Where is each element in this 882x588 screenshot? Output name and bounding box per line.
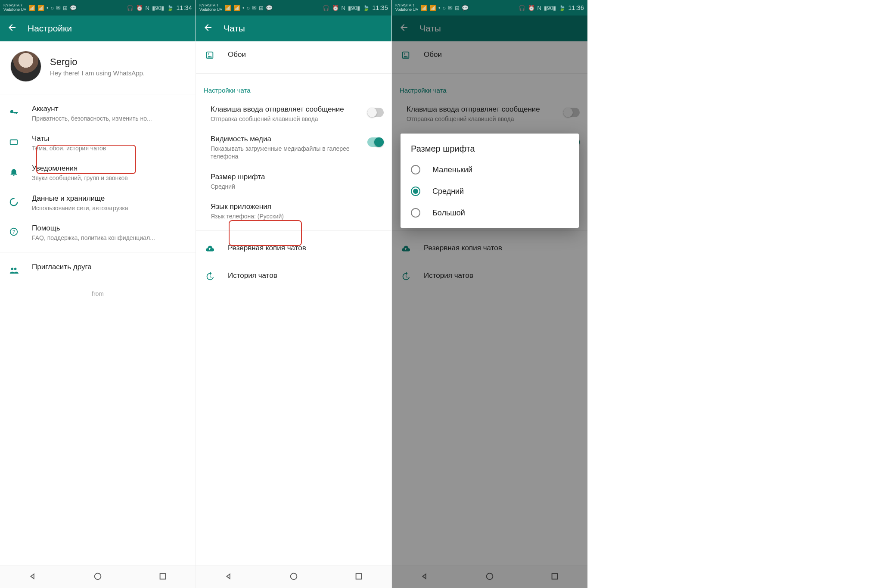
- item-title: Язык приложения: [211, 202, 380, 211]
- headset-icon: 🎧: [323, 5, 329, 11]
- svg-rect-0: [10, 140, 18, 145]
- svg-point-6: [95, 573, 101, 579]
- dot-icon: •: [438, 5, 441, 11]
- leaf-icon: 🍃: [559, 5, 565, 11]
- section-header: Настройки чата: [196, 78, 391, 99]
- screen-settings: KYIVSTAR Vodafone UA 📶 📶 • ○ ✉ ⊞ 💬 🎧 ⏰ N…: [0, 0, 196, 588]
- item-media-visibility[interactable]: Видимость медиа Показывать загруженные м…: [196, 129, 391, 166]
- help-icon: ?: [8, 226, 20, 238]
- item-data-storage[interactable]: Данные и хранилище Использование сети, а…: [0, 188, 196, 218]
- mail-icon: ✉: [56, 5, 61, 11]
- radio-label: Средний: [432, 187, 464, 196]
- headset-icon: 🎧: [127, 5, 134, 11]
- svg-point-5: [14, 268, 16, 271]
- back-icon[interactable]: [203, 22, 213, 34]
- signal-icon: 📶: [37, 5, 44, 11]
- svg-text:?: ?: [12, 229, 16, 235]
- mail-icon: ✉: [448, 5, 453, 11]
- grid-icon: ⊞: [259, 5, 264, 11]
- nav-recent-icon[interactable]: [158, 572, 168, 583]
- item-title: Резервная копия чатов: [228, 244, 306, 252]
- item-title: Помощь: [32, 224, 188, 233]
- profile-status: Hey there! I am using WhatsApp.: [50, 69, 145, 77]
- svg-rect-11: [356, 573, 362, 579]
- leaf-icon: 🍃: [363, 5, 370, 11]
- switch-enter-send[interactable]: [367, 108, 384, 117]
- leaf-icon: 🍃: [167, 5, 174, 11]
- item-subtitle: Приватность, безопасность, изменить но..…: [32, 115, 188, 122]
- status-bar: KYIVSTAR Vodafone UA 📶 📶 • ○ ✉ ⊞ 💬 🎧 ⏰ N…: [0, 0, 196, 16]
- dot-icon: ○: [443, 5, 446, 11]
- item-invite[interactable]: Пригласить друга: [0, 257, 196, 283]
- svg-point-9: [208, 53, 209, 55]
- radio-option-large[interactable]: Большой: [401, 202, 579, 224]
- bubble-icon: 💬: [70, 5, 77, 11]
- status-bar: KYIVSTAR Vodafone UA 📶 📶 • ○ ✉ ⊞ 💬 🎧 ⏰ N…: [392, 0, 587, 16]
- nav-home-icon[interactable]: [289, 572, 298, 583]
- from-label: from: [0, 283, 196, 297]
- nav-home-icon[interactable]: [93, 572, 102, 583]
- item-title: Видимость медиа: [211, 135, 355, 143]
- item-help[interactable]: ? Помощь FAQ, поддержка, политика конфид…: [0, 218, 196, 248]
- nfc-icon: N: [342, 5, 345, 11]
- item-title: Обои: [228, 50, 246, 59]
- nfc-icon: N: [537, 5, 541, 11]
- svg-rect-7: [160, 573, 166, 579]
- nav-bar: [0, 566, 196, 588]
- cloud-upload-icon: [204, 243, 216, 255]
- nav-recent-icon[interactable]: [354, 572, 363, 583]
- signal-icon: 📶: [224, 5, 231, 11]
- carrier-2: Vodafone UA: [395, 8, 418, 12]
- avatar: [10, 51, 41, 82]
- data-icon: [8, 196, 20, 208]
- signal-icon: 📶: [233, 5, 240, 11]
- svg-point-4: [11, 268, 13, 271]
- divider: [0, 252, 196, 252]
- item-subtitle: Показывать загруженные медиафайлы в гале…: [211, 145, 355, 160]
- people-icon: [8, 264, 20, 277]
- dialog-scrim[interactable]: [392, 16, 587, 588]
- item-chats[interactable]: Чаты Тема, обои, история чатов: [0, 128, 196, 158]
- item-account[interactable]: Аккаунт Приватность, безопасность, измен…: [0, 99, 196, 128]
- page-title: Чаты: [224, 23, 245, 34]
- item-subtitle: Звуки сообщений, групп и звонков: [32, 174, 188, 182]
- signal-icon: 📶: [420, 5, 427, 11]
- svg-point-1: [10, 198, 18, 205]
- screen-font-dialog: KYIVSTAR Vodafone UA 📶 📶 • ○ ✉ ⊞ 💬 🎧 ⏰ N…: [392, 0, 588, 588]
- item-subtitle: Язык телефона: (Русский): [211, 212, 380, 220]
- item-notifications[interactable]: Уведомления Звуки сообщений, групп и зво…: [0, 158, 196, 188]
- profile-row[interactable]: Sergio Hey there! I am using WhatsApp.: [0, 41, 196, 94]
- back-icon[interactable]: [7, 22, 17, 34]
- voicemail-icon: •: [47, 5, 49, 11]
- toolbar: Чаты: [196, 16, 391, 41]
- nav-back-icon[interactable]: [28, 572, 37, 583]
- item-app-language[interactable]: Язык приложения Язык телефона: (Русский): [196, 196, 391, 226]
- item-history[interactable]: История чатов: [196, 263, 391, 290]
- switch-media-visibility[interactable]: [367, 137, 384, 147]
- nfc-icon: N: [146, 5, 149, 11]
- toolbar: Настройки: [0, 16, 196, 41]
- battery-icon: ▮90▮: [152, 5, 164, 11]
- item-wallpaper[interactable]: Обои: [196, 41, 391, 69]
- signal-icon: 📶: [429, 5, 436, 11]
- bubble-icon: 💬: [462, 5, 469, 11]
- alarm-icon: ⏰: [528, 5, 535, 11]
- radio-option-medium[interactable]: Средний: [401, 180, 579, 202]
- item-subtitle: Средний: [211, 183, 380, 190]
- item-title: Чаты: [32, 134, 188, 143]
- item-title: Размер шрифта: [211, 173, 380, 181]
- item-backup[interactable]: Резервная копия чатов: [196, 235, 391, 263]
- item-font-size[interactable]: Размер шрифта Средний: [196, 167, 391, 196]
- divider: [196, 73, 391, 74]
- item-enter-send[interactable]: Клавиша ввода отправляет сообщение Отпра…: [196, 99, 391, 129]
- signal-icon: 📶: [28, 5, 35, 11]
- radio-option-small[interactable]: Маленький: [401, 159, 579, 180]
- svg-point-10: [291, 573, 297, 579]
- chat-icon: [8, 136, 20, 148]
- item-title: Уведомления: [32, 164, 188, 173]
- radio-icon: [411, 187, 420, 196]
- nav-back-icon[interactable]: [224, 572, 233, 583]
- nav-bar: [196, 566, 391, 588]
- status-bar: KYIVSTAR Vodafone UA 📶 📶 • ○ ✉ ⊞ 💬 🎧 ⏰ N…: [196, 0, 391, 16]
- font-size-dialog: Размер шрифта Маленький Средний Большой: [401, 134, 579, 228]
